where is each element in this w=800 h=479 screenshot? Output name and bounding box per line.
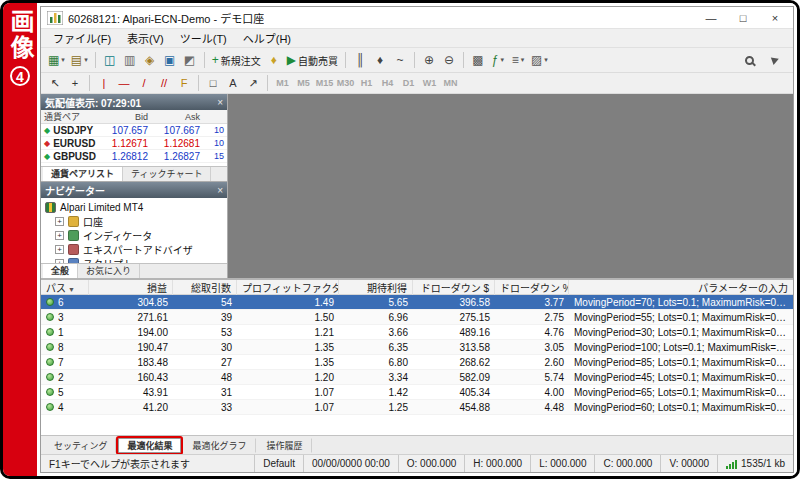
drawdown-money-value: 313.58: [413, 342, 495, 353]
pass-value: 1: [58, 327, 64, 338]
new-order-button[interactable]: +新規注文: [209, 51, 264, 70]
drawdown-percent-value: 2.60: [495, 357, 569, 368]
navigator-tab-favorites[interactable]: お気に入り: [78, 264, 140, 278]
main-area: 気配値表示: 07:29:01 × 通貨ペア Bid Ask ◆USDJPY10…: [41, 94, 793, 279]
terminal-toggle[interactable]: ▣: [160, 51, 180, 70]
results-row[interactable]: 6304.85541.495.65396.583.77MovingPeriod=…: [41, 295, 793, 310]
results-column-header[interactable]: プロフィットファクタ: [237, 280, 339, 295]
expand-plus-icon[interactable]: +: [55, 231, 64, 240]
bar-chart-button[interactable]: ║: [350, 51, 370, 70]
results-row[interactable]: 543.91311.071.42405.344.00MovingPeriod=6…: [41, 385, 793, 400]
results-row[interactable]: 2160.43481.203.34582.095.74MovingPeriod=…: [41, 370, 793, 385]
timeframe-button-h1[interactable]: H1: [356, 75, 377, 92]
terminal-tab-settings[interactable]: セッティング: [45, 438, 116, 453]
navigator-root[interactable]: Alpari Limited MT4: [45, 200, 227, 214]
channel-icon: //: [161, 78, 167, 89]
metaeditor-button[interactable]: ♦: [264, 51, 284, 70]
bid-column-header[interactable]: Bid: [99, 112, 151, 122]
timeframe-button-mn[interactable]: MN: [440, 75, 461, 92]
minimize-button[interactable]: —: [695, 8, 727, 28]
menu-item-help[interactable]: ヘルプ(H): [235, 28, 299, 48]
timeframe-button-m5[interactable]: M5: [293, 75, 314, 92]
trendline-button[interactable]: /: [134, 74, 154, 93]
zoom-in-button[interactable]: ⊕: [419, 51, 439, 70]
channel-button[interactable]: //: [154, 74, 174, 93]
menu-item-view[interactable]: 表示(V): [119, 28, 172, 48]
indicators-button[interactable]: ƒ▾: [488, 51, 508, 70]
crosshair-tool-button[interactable]: +: [65, 74, 85, 93]
results-column-header[interactable]: パラメーターの入力: [569, 280, 793, 295]
market-watch-toggle[interactable]: ◫: [100, 51, 120, 70]
expand-plus-icon[interactable]: +: [55, 245, 64, 254]
profit-value: 43.91: [89, 387, 173, 398]
cursor-tool-button[interactable]: ↖: [45, 74, 65, 93]
pointer-button[interactable]: [765, 51, 785, 70]
templates-button[interactable]: ▨▾: [528, 51, 551, 70]
arrow-down-icon: ◆: [44, 139, 50, 148]
data-window-toggle[interactable]: ▥: [120, 51, 140, 70]
timeframe-button-d1[interactable]: D1: [398, 75, 419, 92]
results-column-header[interactable]: 損益: [89, 280, 173, 295]
results-column-header[interactable]: ドローダウン %: [495, 280, 569, 295]
fibonacci-button[interactable]: F: [174, 74, 194, 93]
tile-windows-button[interactable]: ▩: [468, 51, 488, 70]
results-row[interactable]: 3271.61391.506.96275.152.75MovingPeriod=…: [41, 310, 793, 325]
market-watch-tab-tick-chart[interactable]: ティックチャート: [123, 167, 211, 181]
symbol-column-header[interactable]: 通貨ペア: [41, 110, 99, 123]
navigator-toggle[interactable]: ◈: [140, 51, 160, 70]
result-dot-icon: [46, 313, 54, 321]
horizontal-line-button[interactable]: —: [114, 74, 134, 93]
results-row[interactable]: 8190.47301.356.35313.583.05MovingPeriod=…: [41, 340, 793, 355]
terminal-tab-journal[interactable]: 操作履歴: [258, 438, 312, 453]
drawdown-percent-value: 4.48: [495, 402, 569, 413]
timeframe-button-w1[interactable]: W1: [419, 75, 440, 92]
navigator-tab-common[interactable]: 全般: [43, 264, 78, 278]
expand-plus-icon[interactable]: +: [55, 217, 64, 226]
results-row[interactable]: 1194.00531.213.66489.164.76MovingPeriod=…: [41, 325, 793, 340]
menu-item-file[interactable]: ファイル(F): [45, 28, 119, 48]
market-watch-row[interactable]: ◆EURUSD1.126711.1268110: [41, 137, 227, 150]
candlestick-chart-icon: ♦: [377, 54, 383, 66]
auto-trading-button[interactable]: ▶自動売買: [284, 51, 341, 70]
arrow-up-icon: ◆: [44, 126, 50, 135]
navigator-item-accounts[interactable]: +口座: [45, 214, 227, 228]
new-chart-icon: ▦: [48, 54, 59, 66]
ask-column-header[interactable]: Ask: [151, 112, 203, 122]
results-column-header[interactable]: ドローダウン $: [413, 280, 495, 295]
market-watch-tab-symbols[interactable]: 通貨ペアリスト: [43, 167, 123, 181]
new-chart-button[interactable]: ▦▾: [45, 51, 68, 70]
candlestick-chart-button[interactable]: ♦: [370, 51, 390, 70]
close-panel-icon[interactable]: ×: [217, 185, 223, 196]
close-panel-icon[interactable]: ×: [217, 97, 223, 108]
results-row[interactable]: 7183.48271.356.80268.622.60MovingPeriod=…: [41, 355, 793, 370]
arrows-button[interactable]: ↗: [243, 74, 263, 93]
menu-item-tools[interactable]: ツール(T): [172, 28, 235, 48]
strategy-tester-toggle[interactable]: ◩: [180, 51, 200, 70]
navigator-item-scripts[interactable]: +スクリプト: [45, 256, 227, 263]
zoom-out-button[interactable]: ⊖: [439, 51, 459, 70]
terminal-tab-optimization-graph[interactable]: 最適化グラフ: [183, 438, 255, 453]
navigator-item-indicators[interactable]: +インディケータ: [45, 228, 227, 242]
search-button[interactable]: [739, 51, 759, 70]
profiles-button[interactable]: ▤▾: [68, 51, 91, 70]
timeframe-button-m1[interactable]: M1: [272, 75, 293, 92]
bid-value: 1.12671: [99, 138, 151, 149]
terminal-tab-optimization-results[interactable]: 最適化結果: [118, 438, 181, 453]
results-row[interactable]: 441.20331.071.25454.884.48MovingPeriod=6…: [41, 400, 793, 415]
text-button[interactable]: A: [223, 74, 243, 93]
timeframe-button-m15[interactable]: M15: [314, 75, 335, 92]
shapes-button[interactable]: □: [203, 74, 223, 93]
market-watch-row[interactable]: ◆USDJPY107.657107.66710: [41, 124, 227, 137]
results-column-header[interactable]: パス ▼: [41, 280, 89, 295]
timeframe-button-h4[interactable]: H4: [377, 75, 398, 92]
vertical-line-button[interactable]: |: [94, 74, 114, 93]
results-column-header[interactable]: 総取引数: [173, 280, 237, 295]
periods-button[interactable]: ≡▾: [508, 51, 528, 70]
timeframe-button-m30[interactable]: M30: [335, 75, 356, 92]
results-column-header[interactable]: 期待利得: [339, 280, 413, 295]
navigator-item-expert-advisors[interactable]: +エキスパートアドバイザ: [45, 242, 227, 256]
maximize-button[interactable]: □: [727, 8, 759, 28]
line-chart-button[interactable]: ~: [390, 51, 410, 70]
close-button[interactable]: ×: [759, 8, 791, 28]
market-watch-row[interactable]: ◆GBPUSD1.268121.2682715: [41, 150, 227, 163]
